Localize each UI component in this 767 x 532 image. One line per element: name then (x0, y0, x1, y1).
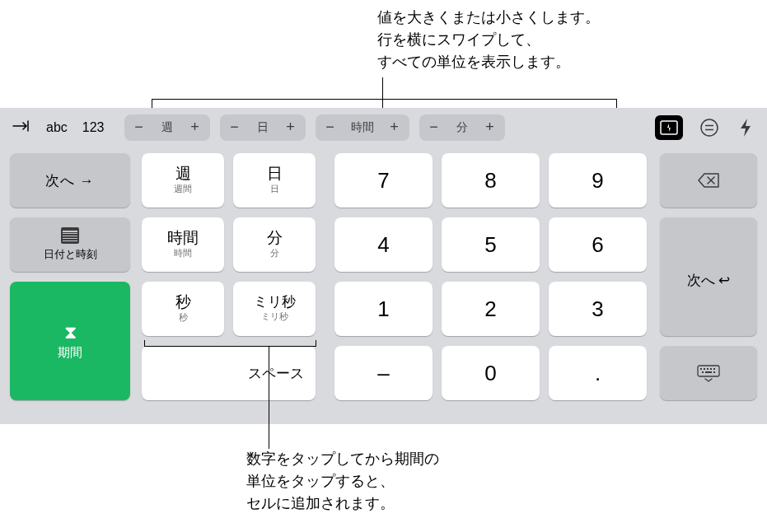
toolbar-left: abc 123 (12, 118, 105, 138)
unit-sub: 秒 (179, 311, 188, 324)
stepper-week: − 週 + (124, 114, 210, 141)
svg-rect-5 (707, 368, 709, 370)
unit-key-millisecond[interactable]: ミリ秒 ミリ秒 (233, 282, 316, 336)
delete-key[interactable] (660, 153, 757, 208)
enter-key[interactable]: 次へ ↩︎ (660, 217, 757, 336)
tab-icon[interactable] (12, 118, 31, 138)
callout-top: 値を大きくまたは小さくします。 行を横にスワイプして、 すべての単位を表示します… (377, 7, 600, 73)
dot-key[interactable]: . (549, 346, 647, 400)
next-label: 次へ → (45, 171, 95, 190)
bolt-icon[interactable] (736, 118, 755, 138)
space-key[interactable]: スペース (142, 346, 316, 400)
next-cell-button[interactable]: 次へ → (10, 153, 130, 208)
enter-label: 次へ ↩︎ (687, 271, 731, 290)
stepper-plus-button[interactable]: + (475, 114, 505, 141)
stepper-label: 日 (250, 120, 276, 135)
duration-button[interactable]: ⧗ 期間 (10, 282, 130, 400)
num-key-6[interactable]: 6 (549, 217, 647, 272)
keyboard-toolbar: abc 123 − 週 + − 日 + − 時間 + − 分 + (0, 108, 767, 147)
svg-rect-7 (713, 368, 715, 370)
unit-key-second[interactable]: 秒 秒 (142, 282, 224, 336)
num-key-4[interactable]: 4 (334, 217, 433, 272)
minus-key[interactable]: – (334, 346, 433, 400)
unit-sub: 日 (270, 183, 279, 195)
callout-line (144, 340, 145, 347)
stepper-minus-button[interactable]: − (124, 114, 154, 141)
unit-sub: 時間 (174, 247, 192, 259)
svg-rect-4 (704, 368, 705, 370)
callout-line (144, 346, 316, 347)
delete-icon (697, 172, 720, 189)
stepper-minus-button[interactable]: − (220, 114, 250, 141)
unit-key-day[interactable]: 日 日 (233, 153, 316, 208)
svg-rect-9 (705, 371, 712, 373)
stepper-label: 週 (154, 120, 180, 135)
num-key-1[interactable]: 1 (334, 282, 433, 336)
space-label: スペース (142, 364, 316, 383)
num-key-3[interactable]: 3 (549, 282, 647, 336)
stepper-plus-button[interactable]: + (276, 114, 306, 141)
unit-main: 秒 (175, 294, 191, 311)
callout-bottom: 数字をタップしてから期間の 単位をタップすると、 セルに追加されます。 (246, 448, 439, 515)
callout-line (152, 99, 617, 100)
keyboard-hide-icon (696, 364, 721, 382)
unit-main: 週 (175, 166, 191, 183)
unit-key-week[interactable]: 週 週間 (142, 153, 224, 208)
unit-main: ミリ秒 (254, 295, 296, 310)
hide-keyboard-key[interactable] (660, 346, 757, 400)
svg-rect-10 (713, 371, 715, 373)
unit-main: 時間 (167, 230, 199, 247)
hourglass-icon: ⧗ (64, 322, 77, 343)
svg-rect-3 (700, 368, 702, 370)
key-grid: 次へ → 日付と時刻 ⧗ 期間 週 週間 日 日 時間 時間 分 分 秒 (0, 153, 767, 417)
toolbar-right (655, 115, 755, 140)
unit-key-minute[interactable]: 分 分 (233, 217, 316, 272)
num-key-8[interactable]: 8 (442, 153, 540, 208)
svg-rect-2 (698, 366, 719, 376)
stepper-label: 時間 (345, 120, 380, 135)
stepper-plus-button[interactable]: + (180, 114, 210, 141)
duration-mode-icon[interactable] (655, 115, 683, 140)
unit-stepper-row[interactable]: − 週 + − 日 + − 時間 + − 分 + (124, 114, 648, 141)
formula-icon[interactable] (699, 118, 719, 138)
stepper-hour: − 時間 + (316, 114, 409, 141)
callout-line (269, 346, 269, 449)
keyboard-panel: abc 123 − 週 + − 日 + − 時間 + − 分 + (0, 108, 767, 424)
stepper-minute: − 分 + (419, 114, 505, 141)
num-key-0[interactable]: 0 (442, 346, 540, 400)
callout-line (316, 340, 316, 347)
stepper-plus-button[interactable]: + (380, 114, 409, 141)
num-key-5[interactable]: 5 (442, 217, 540, 272)
svg-rect-8 (702, 371, 704, 373)
datetime-label: 日付と時刻 (44, 247, 97, 262)
svg-rect-6 (710, 368, 712, 370)
num-key-9[interactable]: 9 (549, 153, 647, 208)
stepper-minus-button[interactable]: − (419, 114, 449, 141)
calendar-icon (61, 227, 79, 244)
svg-point-1 (701, 119, 718, 136)
num-key-2[interactable]: 2 (442, 282, 540, 336)
unit-key-hour[interactable]: 時間 時間 (142, 217, 224, 272)
unit-sub: 週間 (174, 183, 192, 195)
abc-mode-button[interactable]: abc (46, 120, 68, 135)
duration-label: 期間 (58, 345, 82, 361)
unit-main: 分 (267, 230, 283, 247)
datetime-button[interactable]: 日付と時刻 (10, 217, 130, 272)
stepper-label: 分 (449, 120, 475, 135)
num-key-7[interactable]: 7 (334, 153, 433, 208)
unit-sub: ミリ秒 (261, 310, 288, 323)
stepper-day: − 日 + (220, 114, 306, 141)
unit-main: 日 (267, 166, 283, 183)
stepper-minus-button[interactable]: − (316, 114, 345, 141)
123-mode-button[interactable]: 123 (82, 120, 105, 135)
unit-sub: 分 (270, 247, 279, 259)
